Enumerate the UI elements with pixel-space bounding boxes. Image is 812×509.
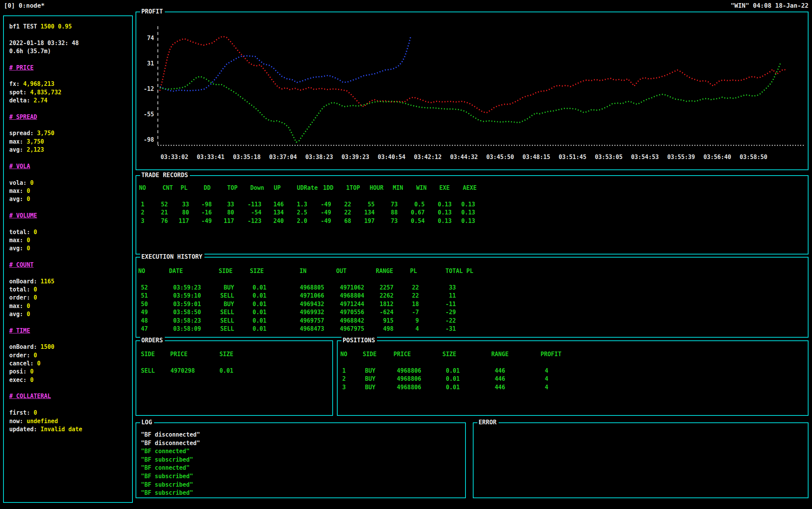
table-cell: BUY — [349, 367, 375, 375]
column-header: UP — [274, 184, 281, 191]
table-cell: 3 — [141, 217, 150, 225]
table-cell: 76 — [150, 217, 168, 225]
section-heading: # SPREAD — [9, 114, 37, 121]
sidebar-line-gap — [9, 253, 131, 261]
sidebar-line-kv: order: 0 — [9, 352, 131, 360]
table-cell: BUY — [349, 375, 375, 383]
stat-label: first: — [9, 409, 33, 416]
y-tick-label: -55 — [144, 111, 154, 118]
table-cell: 4967975 — [324, 325, 364, 333]
sidebar-line-gap — [9, 269, 131, 277]
stat-value: 0 — [30, 179, 33, 186]
table-cell: 0.01 — [234, 325, 266, 333]
table-cell: 4968473 — [266, 325, 324, 333]
table-row: 15233-9833-1131461.3-492255730.50.130.13 — [141, 201, 808, 209]
orders-header-row: SIDEPRICESIZE — [136, 351, 332, 359]
column-header: AEXE — [463, 184, 477, 191]
sidebar-line-text: 0.6h (35.7m) — [9, 47, 131, 55]
table-cell: 4968806 — [375, 367, 421, 375]
table-cell: 18 — [393, 300, 419, 308]
stat-value: 1500 0.95 — [40, 23, 72, 30]
stat-value: 0 — [30, 377, 33, 383]
table-cell: 4969932 — [266, 308, 324, 316]
column-header: EXE — [439, 184, 450, 191]
positions-rows: 1BUY49688060.0144642BUY49688060.0144643B… — [342, 367, 808, 392]
stat-value: 0 — [27, 188, 30, 194]
stat-label: avg: — [9, 311, 27, 318]
stat-label: max: — [9, 138, 27, 145]
column-header: TOTAL PL — [445, 268, 473, 275]
sidebar-line-kv: total: 0 — [9, 228, 131, 236]
stat-value: 0 — [27, 311, 30, 318]
stat-label: bf1 TEST — [9, 23, 40, 30]
table-cell: 4968804 — [324, 292, 364, 300]
column-header: IN — [300, 268, 306, 275]
column-header: PL — [410, 268, 417, 275]
tmux-window-tab[interactable]: [0] 0:node* — [4, 2, 45, 9]
stats-sidebar-panel: bf1 TEST 1500 0.952022-01-18 03:32: 480.… — [3, 15, 133, 503]
stat-label: order: — [9, 294, 33, 301]
sidebar-line-gap — [9, 31, 131, 39]
sidebar-line-kv: max: 0 — [9, 187, 131, 195]
stat-label: max: — [9, 303, 27, 310]
table-cell: 4969432 — [266, 300, 324, 308]
stat-label: avg: — [9, 196, 27, 203]
table-cell: -49 — [307, 217, 331, 225]
stat-value: 2.74 — [33, 97, 47, 104]
sidebar-line-section: # PRICE — [9, 64, 131, 72]
table-cell: 4968842 — [324, 317, 364, 325]
stat-label: delta: — [9, 97, 33, 104]
column-header: PRICE — [170, 351, 188, 358]
table-cell: -11 — [419, 300, 456, 308]
table-cell: 11 — [419, 292, 456, 300]
positions-table: NOSIDEPRICESIZERANGEPROFIT1BUY49688060.0… — [338, 341, 808, 415]
table-cell: 1 — [342, 367, 349, 375]
table-cell: 1 — [141, 201, 150, 209]
column-header: SIZE — [250, 268, 264, 275]
table-cell: -49 — [189, 217, 212, 225]
sidebar-line-kv: order: 0 — [9, 294, 131, 302]
table-cell: 2.0 — [284, 217, 307, 225]
sidebar-line-kv: onBoard: 1500 — [9, 343, 131, 351]
x-tick-label: 03:33:41 — [197, 154, 224, 161]
x-tick-label: 03:38:23 — [305, 154, 333, 161]
stat-value: 0 — [33, 286, 37, 293]
x-tick-label: 03:40:54 — [378, 154, 405, 161]
table-cell: 22 — [393, 292, 419, 300]
log-line: "BF subscribed" — [141, 481, 464, 489]
sidebar-line-gap — [9, 72, 131, 80]
sidebar-line-kv: max: 0 — [9, 236, 131, 244]
stat-label: posi: — [9, 368, 30, 375]
stat-value: 3,750 — [37, 130, 54, 137]
stat-value: 1500 — [40, 343, 54, 350]
error-title: ERROR — [477, 419, 499, 426]
stat-value: 4,835,732 — [30, 89, 61, 96]
table-cell: 1.3 — [284, 201, 307, 209]
table-cell: 51 — [141, 292, 155, 300]
stat-label: order: — [9, 352, 33, 359]
table-row: 4803:58:23SELL0.01496975749688429159-22 — [141, 317, 808, 325]
table-cell: -29 — [419, 308, 456, 316]
table-row: 4903:58:50SELL0.0149699324970556-624-7-2… — [141, 308, 808, 316]
column-header: HOUR — [370, 184, 383, 191]
table-cell: SELL — [201, 317, 234, 325]
stat-label: avg: — [9, 146, 27, 153]
execution_history-header-row: NODATESIDESIZEINOUTRANGEPLTOTAL PL — [136, 268, 808, 276]
table-cell: 73 — [375, 201, 398, 209]
column-header: MIN — [393, 184, 403, 191]
chart-series-pl-2-blue — [160, 36, 411, 91]
x-tick-label: 03:48:15 — [522, 154, 550, 161]
stat-text: 0.6h (35.7m) — [9, 48, 51, 55]
column-header: DD — [204, 184, 211, 191]
table-cell: 03:59:23 — [155, 284, 201, 292]
table-row: 5003:59:01BUY0.0149694324971244181218-11 — [141, 300, 808, 308]
sidebar-line-gap — [9, 105, 131, 113]
sidebar-line-section: # VOLUME — [9, 212, 131, 220]
table-cell: 0.01 — [234, 292, 266, 300]
x-tick-label: 03:55:39 — [667, 154, 695, 161]
stat-value: 0 — [33, 409, 37, 416]
table-cell: -113 — [234, 201, 261, 209]
stat-label: max: — [9, 188, 27, 194]
column-header: SIDE — [363, 351, 377, 358]
table-cell: 134 — [261, 209, 284, 217]
